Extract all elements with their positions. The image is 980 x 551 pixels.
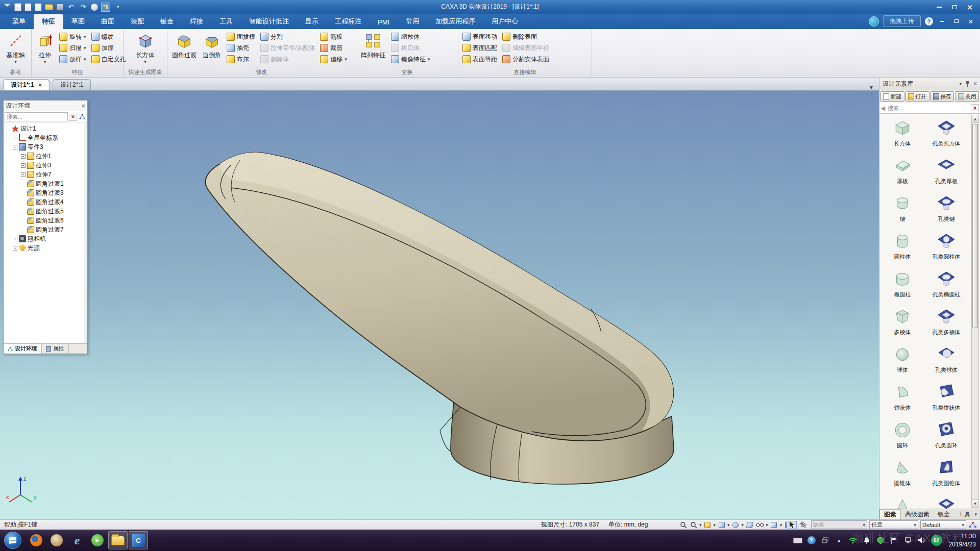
trim-button[interactable]: 裁剪	[318, 43, 349, 53]
tree-item-part3[interactable]: −零件3	[5, 142, 87, 152]
library-item-hole-elliptic-cylinder[interactable]: 孔类椭圆柱	[924, 267, 968, 305]
split-solid-face-button[interactable]: 分割实体表面	[500, 54, 551, 64]
library-item-slab[interactable]: 厚板	[880, 154, 924, 191]
scroll-down-icon[interactable]: ▼	[972, 499, 978, 507]
network-nodes-icon[interactable]	[968, 521, 977, 529]
library-item-polyhedron[interactable]: 多棱体	[880, 305, 924, 342]
tree-filter-icon[interactable]	[78, 113, 86, 121]
tab-pmi[interactable]: PMI	[370, 16, 398, 29]
tree-scrollbar[interactable]	[84, 122, 87, 343]
clear-search-icon[interactable]: ×	[69, 113, 77, 121]
tab-display[interactable]: 显示	[297, 14, 327, 29]
library-tab-primitives[interactable]: 图素	[879, 509, 901, 519]
taskbar-caxa-icon[interactable]: C	[129, 531, 148, 549]
window-minimize-button[interactable]	[932, 3, 946, 12]
library-tab-advanced[interactable]: 高级图素	[901, 509, 934, 519]
library-item-hole-sphere[interactable]: 孔类球体	[924, 342, 968, 380]
pattern-feature-button[interactable]: 阵列特征	[358, 31, 388, 68]
tab-common[interactable]: 常用	[398, 14, 427, 29]
shaded-view-icon[interactable]	[745, 521, 754, 529]
library-item-cylinder[interactable]: 圆柱体	[880, 229, 924, 267]
library-item-hole-cylinder[interactable]: 孔类圆柱体	[924, 229, 968, 267]
chevron-down-icon[interactable]: ▾	[742, 523, 744, 527]
scrollbar-thumb[interactable]	[972, 124, 978, 328]
sweep-button[interactable]: 扫描▾	[57, 43, 88, 53]
drag-upload-button[interactable]: 拖拽上传	[883, 15, 921, 27]
library-item-elliptic-cylinder[interactable]: 椭圆柱	[880, 267, 924, 305]
library-item-hole-box[interactable]: 孔类长方体	[924, 116, 968, 154]
view-orientation-icon[interactable]	[703, 521, 712, 529]
pin-icon[interactable]	[965, 81, 970, 87]
chevron-down-icon[interactable]: ▾	[699, 523, 702, 527]
ribbon-restore-button[interactable]	[951, 17, 962, 25]
expand-icon[interactable]: +	[13, 237, 17, 241]
taskbar-media-icon[interactable]: ▶	[88, 531, 107, 549]
tree-item-extrude3[interactable]: +拉伸3	[5, 161, 87, 170]
any-combo[interactable]: 任意▾	[869, 520, 918, 529]
camera-target-icon[interactable]	[731, 521, 740, 529]
select-cursor-button[interactable]	[787, 521, 797, 529]
split-button[interactable]: 分割	[258, 32, 317, 42]
chevron-down-icon[interactable]: ▾	[780, 523, 782, 527]
help-tray-icon[interactable]: ?	[807, 536, 816, 544]
face-draft-button[interactable]: 面拔模	[225, 32, 257, 42]
zoom-in-icon[interactable]	[679, 521, 688, 529]
tab-menu[interactable]: 菜单	[4, 14, 34, 29]
tab-surface[interactable]: 曲面	[93, 14, 122, 29]
tree-item-fillet5[interactable]: 圆角过渡5	[5, 207, 87, 216]
offset-button[interactable]: 偏移▾	[318, 54, 349, 64]
custom-hole-button[interactable]: 自定义孔	[89, 54, 128, 64]
chamfer-button[interactable]: 边倒角	[200, 31, 224, 68]
library-item-hole-slab[interactable]: 孔类厚板	[924, 154, 968, 191]
taskbar-ie-icon[interactable]: e	[67, 531, 87, 549]
tree-item-fillet1[interactable]: 圆角过渡1	[5, 179, 87, 188]
library-tab-sheetmetal[interactable]: 钣金	[934, 509, 954, 519]
close-icon[interactable]: ×	[81, 102, 85, 110]
tree-item-fillet4[interactable]: 圆角过渡4	[5, 197, 87, 207]
library-tab-tools[interactable]: 工具	[954, 509, 974, 519]
clear-search-icon[interactable]: ×	[971, 104, 979, 112]
library-item-pie[interactable]: 饼状体	[880, 380, 924, 418]
library-open-button[interactable]: 打开	[905, 91, 929, 102]
extrude-button[interactable]: 拉伸 ▾	[34, 31, 56, 68]
tree-item-extrude7[interactable]: +拉伸7	[5, 170, 87, 179]
help-icon[interactable]: ?	[925, 17, 933, 26]
delete-face-button[interactable]: 删除表面	[500, 32, 551, 42]
taskbar-explorer-icon[interactable]	[108, 531, 128, 549]
tab-list-dropdown-icon[interactable]: ▼	[869, 85, 874, 90]
view-cube-icon[interactable]	[770, 521, 778, 529]
document-tab-design2[interactable]: 设计2*:1	[53, 79, 91, 90]
library-scrollbar[interactable]: ▲ ▼	[971, 115, 979, 508]
tab-weld[interactable]: 焊接	[182, 14, 211, 29]
tree-item-light[interactable]: +光源	[5, 243, 87, 253]
library-item-hole-pie[interactable]: 孔类饼状体	[924, 380, 968, 418]
expand-icon[interactable]: +	[21, 172, 26, 177]
tree-item-fillet3[interactable]: 圆角过渡3	[5, 188, 87, 197]
panel-tab-design-environment[interactable]: 设计环境	[4, 344, 42, 354]
expand-icon[interactable]: +	[13, 246, 17, 251]
revolve-button[interactable]: 旋转▾	[57, 32, 88, 42]
library-item-hole-polyhedron[interactable]: 孔类多棱体	[924, 305, 968, 342]
library-item-partial[interactable]	[924, 493, 968, 509]
mirror-feature-button[interactable]: 镜像特征▾	[389, 54, 432, 64]
ribbon-minimize-button[interactable]	[937, 17, 947, 25]
close-icon[interactable]: ×	[38, 82, 42, 89]
tab-engineering-annotation[interactable]: 工程标注	[327, 14, 370, 29]
library-item-torus[interactable]: 圆环	[880, 418, 924, 456]
tab-user-center[interactable]: 用户中心	[483, 14, 526, 29]
library-item-cone[interactable]: 圆锥体	[880, 456, 924, 493]
document-tab-design1[interactable]: 设计1*:1 ×	[3, 79, 50, 90]
library-new-button[interactable]: 新建	[880, 91, 904, 102]
library-save-button[interactable]: 保存	[930, 91, 954, 102]
tree-item-camera[interactable]: +照相机	[5, 234, 87, 243]
outline-cursor-button[interactable]	[799, 521, 809, 529]
chevron-down-icon[interactable]: ▾	[727, 523, 730, 527]
box-button[interactable]: 长方体 ▾	[134, 31, 157, 68]
library-search-input[interactable]	[886, 104, 970, 113]
tab-sketch[interactable]: 草图	[63, 14, 93, 29]
expand-icon[interactable]: +	[13, 136, 17, 140]
boolean-button[interactable]: 布尔	[225, 54, 257, 64]
face-match-button[interactable]: 表面匹配	[460, 43, 499, 53]
taskbar-firefox-icon[interactable]	[27, 531, 46, 549]
close-icon[interactable]: ×	[973, 80, 977, 87]
